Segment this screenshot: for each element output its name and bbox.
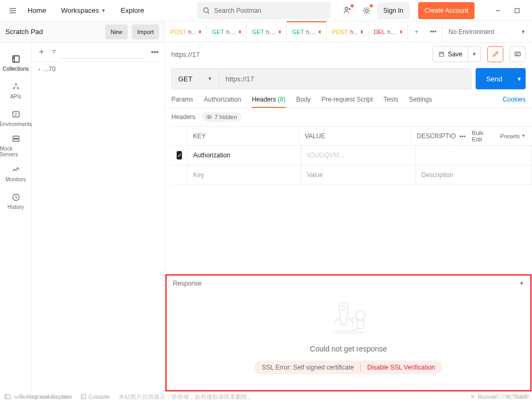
history-icon (11, 192, 21, 202)
sidebar-toggle-icon[interactable] (4, 393, 11, 400)
tab-url: https:/ (266, 29, 276, 35)
save-button[interactable]: Save (433, 46, 468, 62)
tab-1[interactable]: GEThttps:/ (207, 21, 247, 42)
tab-headers[interactable]: Headers (8) (252, 96, 285, 107)
environment-select[interactable]: No Environment ▼ (442, 21, 532, 42)
sidebar-mock-servers[interactable]: Mock Servers (0, 132, 32, 160)
sidebar-apis[interactable]: APIs (0, 77, 32, 104)
header-key[interactable]: Authorization (187, 146, 302, 165)
header-desc-input[interactable]: Description (416, 165, 532, 184)
tab-method: POST (332, 29, 348, 35)
header-key-input[interactable]: Key (187, 165, 302, 184)
signin-button[interactable]: Sign In (377, 2, 410, 19)
send-button[interactable]: Send (476, 68, 513, 89)
invite-icon[interactable] (339, 2, 356, 19)
tab-authorization[interactable]: Authorization (204, 96, 241, 107)
tab-0[interactable]: POSThttps: (165, 21, 207, 42)
svg-point-16 (342, 306, 346, 311)
nav-workspaces-label: Workspaces (61, 6, 99, 14)
header-checkbox[interactable]: ✓ (177, 151, 182, 160)
tab-url: https: (188, 29, 196, 35)
svg-point-2 (365, 9, 368, 12)
svg-rect-9 (13, 136, 19, 138)
tabs-more-button[interactable]: ••• (425, 21, 442, 42)
unsaved-dot (239, 30, 241, 34)
tab-settings[interactable]: Settings (409, 96, 432, 107)
disable-ssl-link[interactable]: Disable SSL Verification (360, 364, 435, 371)
chevron-down-icon[interactable]: ▼ (519, 281, 524, 286)
sidebar-collections[interactable]: Collections (0, 49, 32, 77)
svg-rect-19 (352, 318, 357, 330)
nav-workspaces[interactable]: Workspaces ▼ (55, 2, 112, 19)
tab-4[interactable]: POSThttps: (327, 21, 369, 42)
filter-icon[interactable] (51, 48, 57, 56)
filter-input[interactable] (61, 46, 145, 58)
url-input[interactable] (219, 68, 471, 89)
more-button[interactable]: ••• (460, 133, 466, 139)
console-button[interactable]: Console (81, 393, 110, 400)
tab-method: POST (170, 29, 186, 35)
svg-point-15 (329, 330, 368, 334)
svg-rect-18 (357, 320, 364, 329)
tab-method: GET (292, 29, 304, 35)
tab-3[interactable]: GEThttps:/ (287, 21, 327, 42)
save-dropdown[interactable]: ▼ (468, 46, 481, 62)
save-icon (438, 51, 445, 57)
presets-button[interactable]: Presets ▼ (500, 133, 526, 139)
svg-rect-22 (81, 395, 86, 399)
eye-icon (206, 114, 212, 120)
comment-button[interactable] (510, 46, 526, 62)
tab-prerequest[interactable]: Pre-request Script (321, 96, 373, 107)
chevron-right-icon: › (38, 66, 40, 72)
save-label: Save (448, 51, 462, 58)
nav-home[interactable]: Home (21, 2, 53, 19)
tree-item[interactable]: › ...70 (32, 62, 164, 77)
header-value[interactable]: liOiJOQVM... (302, 146, 416, 165)
add-collection-button[interactable]: ＋ (36, 46, 47, 58)
hamburger-icon[interactable] (6, 4, 19, 17)
rocket-illustration (319, 291, 378, 339)
search-input[interactable]: Search Postman (197, 2, 330, 19)
new-button[interactable]: New (105, 24, 128, 39)
create-account-button[interactable]: Create Account (418, 2, 475, 19)
tab-url: https:/ (226, 29, 236, 35)
tree-more-button[interactable]: ••• (149, 46, 160, 58)
method-select[interactable]: GET ▼ (171, 68, 219, 89)
import-button[interactable]: Import (132, 24, 159, 39)
sidebar-history[interactable]: History (0, 187, 32, 215)
collections-icon (11, 54, 21, 64)
tab-url: https: (350, 29, 358, 35)
tab-5[interactable]: DELhttps:/ (369, 21, 408, 42)
method-label: GET (178, 75, 193, 83)
tab-tests[interactable]: Tests (384, 96, 398, 107)
tab-params[interactable]: Params (171, 96, 193, 107)
nav-explore[interactable]: Explore (114, 2, 151, 19)
send-dropdown[interactable]: ▼ (513, 68, 526, 89)
unsaved-dot (279, 30, 281, 34)
sidebar-environments[interactable]: Environments (0, 104, 32, 132)
header-value-input[interactable]: Value (302, 165, 416, 184)
edit-button[interactable] (487, 46, 503, 62)
tab-2[interactable]: GEThttps:/ (247, 21, 287, 42)
cookies-link[interactable]: Cookies (503, 96, 526, 107)
settings-icon[interactable] (358, 2, 375, 19)
sidebar-label: Collections (3, 66, 29, 72)
unsaved-dot (319, 30, 321, 34)
tab-body[interactable]: Body (296, 96, 311, 107)
window-maximize-icon[interactable] (509, 2, 526, 19)
bulk-edit-button[interactable]: Bulk Edit (472, 130, 494, 143)
col-description: DESCRIPTIO (412, 127, 453, 145)
headers-label: Headers (171, 113, 195, 121)
hidden-toggle[interactable]: 7 hidden (202, 112, 241, 122)
tab-method: GET (212, 29, 225, 35)
window-minimize-icon[interactable] (489, 2, 506, 19)
sidebar-monitors[interactable]: Monitors (0, 160, 32, 187)
unsaved-dot (400, 30, 402, 34)
monitor-icon (11, 165, 21, 174)
header-description[interactable] (416, 146, 532, 165)
tab-headers-label: Headers (252, 96, 276, 103)
environment-label: No Environment (448, 28, 494, 36)
hidden-label: 7 hidden (214, 114, 237, 120)
add-tab-button[interactable]: ＋ (408, 21, 425, 42)
svg-point-1 (345, 7, 347, 10)
